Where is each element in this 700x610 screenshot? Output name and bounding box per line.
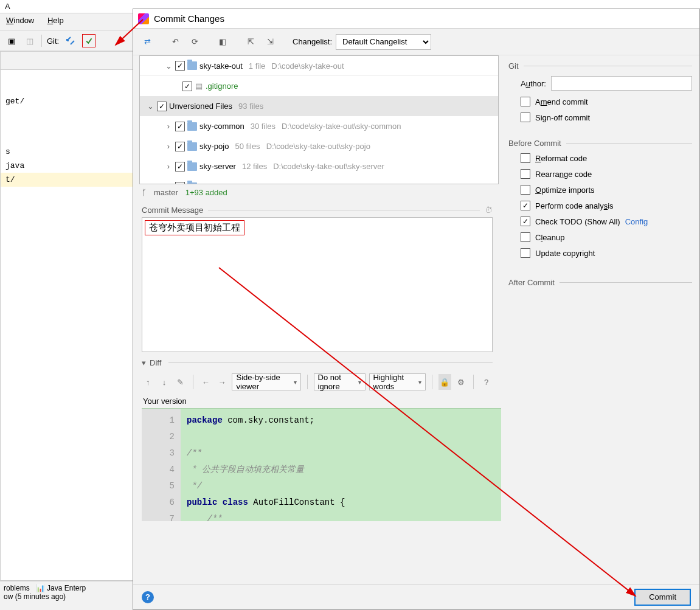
highlight-select[interactable]: Highlight words▾ [369,373,426,390]
gear-icon[interactable]: ⚙ [455,374,468,390]
author-label: Author: [521,79,546,88]
undo-icon[interactable]: ↶ [167,34,183,50]
git-update-icon[interactable] [64,34,77,47]
changelist-select[interactable]: Default Changelist [336,34,431,50]
diff-with-local-icon[interactable]: ⇄ [139,34,155,50]
next-diff-icon[interactable]: ↓ [158,374,171,390]
ide-title-suffix: A [5,2,10,11]
optimize-checkbox[interactable] [521,185,530,195]
diff-editor: Your version 1234567 package com.sky.con… [142,394,501,521]
signoff-label: Sign-off commit [535,113,590,122]
source[interactable]: package com.sky.constant; /** * 公共字段自动填充… [181,409,351,521]
chevron-right-icon[interactable]: › [164,122,173,131]
checkbox[interactable] [182,81,192,91]
tree-row-module[interactable]: › sky-server 12 files D:\code\sky-take-o… [140,156,498,176]
cube-icon[interactable]: ◫ [23,34,36,47]
git-label: Git: [47,36,59,46]
sidebar-row[interactable]: get/ [1,94,133,108]
expand-icon[interactable]: ⇱ [243,34,258,50]
footer-java-ent[interactable]: Java Enterp [47,584,86,592]
viewer-mode-select[interactable]: Side-by-side viewer▾ [232,373,300,390]
lock-icon[interactable]: 🔒 [438,374,451,390]
author-input[interactable] [551,76,692,91]
git-commit-icon[interactable] [82,34,95,47]
checkbox[interactable] [175,162,185,172]
file-icon: ▤ [195,81,203,91]
dialog-title: Commit Changes [154,13,224,24]
checkbox[interactable] [175,122,185,131]
dialog-titlebar[interactable]: Commit Changes [133,9,699,29]
footer-status: ow (5 minutes ago) [4,592,66,601]
chevron-down-icon[interactable]: ⌄ [164,61,173,71]
chevron-right-icon[interactable]: › [164,162,173,171]
ide-sidebar: get/ s java t/ [0,51,134,581]
diff-header: Diff [150,358,161,367]
commit-message-textarea[interactable]: 苍穹外卖项目初始工程 [142,217,493,352]
checkbox[interactable] [157,102,167,111]
analysis-label: Perform code analysis [535,201,614,210]
chevron-down-icon[interactable]: ⌄ [146,102,154,111]
folder-icon [187,61,197,70]
tree-row-module[interactable]: › sky-pojo 50 files D:\code\sky-take-out… [140,136,498,156]
build-icon[interactable]: ▣ [5,34,18,47]
commit-changes-dialog: Commit Changes ⇄ ↶ ⟳ ◧ ⇱ ⇲ Changelist: D… [133,9,700,610]
rearrange-label: Rearrange code [535,170,592,179]
sidebar-row[interactable]: java [1,159,133,173]
commit-button[interactable]: Commit [634,589,691,606]
collapse-icon[interactable]: ⇲ [262,34,278,50]
history-icon[interactable]: ⏱ [485,206,493,215]
rearrange-checkbox[interactable] [521,169,530,179]
ide-footer: roblems 📊 Java Enterp ow (5 minutes ago) [0,581,134,610]
cleanup-checkbox[interactable] [521,232,530,242]
branch-icon: ᚴ [142,188,147,197]
dialog-help-icon[interactable]: ? [142,591,154,603]
checkbox[interactable] [175,61,185,71]
cleanup-label: Cleanup [535,233,564,242]
chevron-down-icon[interactable]: ▾ [142,358,146,367]
options-panel: Git Author: Author: Amend commitAmend co… [501,55,699,584]
sidebar-row[interactable]: s [1,145,133,159]
sidebar-row[interactable]: t/ [1,173,133,187]
gutter: 1234567 [142,409,181,521]
footer-problems[interactable]: roblems [4,584,30,592]
dialog-button-bar: ? Commit [133,584,699,609]
diff-toolbar: ↑ ↓ ✎ ← → Side-by-side viewer▾ Do not ig… [133,370,501,394]
group-icon[interactable]: ◧ [215,34,230,50]
todo-label: Check TODO (Show All) [535,217,620,226]
added-count: 1+93 added [185,188,227,197]
menu-help[interactable]: HHelpelp [47,16,64,25]
changelist-label: Changelist: [293,37,332,46]
reformat-checkbox[interactable] [521,153,530,163]
refresh-icon[interactable]: ⟳ [187,34,203,50]
ignore-select[interactable]: Do not ignore▾ [314,373,366,390]
folder-icon [187,122,197,131]
signoff-checkbox[interactable] [521,113,530,122]
copyright-checkbox[interactable] [521,248,530,258]
your-version-label: Your version [142,394,501,408]
tree-row-unversioned[interactable]: ⌄ Unversioned Files 93 files [140,96,498,116]
intellij-icon [138,13,149,24]
nav-forward-icon[interactable]: → [216,374,229,390]
folder-icon [187,142,197,151]
branch-name: master [154,188,178,197]
todo-checkbox[interactable] [521,217,530,226]
tree-row-root[interactable]: ⌄ sky-take-out 1 file D:\code\sky-take-o… [140,56,498,76]
prev-diff-icon[interactable]: ↑ [142,374,154,390]
analysis-checkbox[interactable] [521,201,530,210]
reformat-label: Reformat code [535,154,587,163]
checkbox[interactable] [175,142,185,151]
amend-checkbox[interactable] [521,97,530,106]
after-commit-header: After Commit [508,278,555,287]
before-commit-header: Before Commit [508,139,561,148]
chevron-right-icon[interactable]: › [164,142,173,151]
help-icon[interactable]: ? [480,374,493,390]
tree-row-module[interactable]: › sky-take-out 1 file D:\code\sky-take-o… [140,176,498,184]
menu-window[interactable]: WWindowindow [6,16,34,25]
edit-icon[interactable]: ✎ [174,374,187,390]
todo-configure-link[interactable]: Config [625,217,648,226]
nav-back-icon[interactable]: ← [199,374,212,390]
tree-row-module[interactable]: › sky-common 30 files D:\code\sky-take-o… [140,116,498,136]
tree-row-gitignore[interactable]: ▤ .gitignore [140,76,498,96]
commit-message-value: 苍穹外卖项目初始工程 [145,220,244,235]
changes-tree[interactable]: ⌄ sky-take-out 1 file D:\code\sky-take-o… [139,55,499,184]
